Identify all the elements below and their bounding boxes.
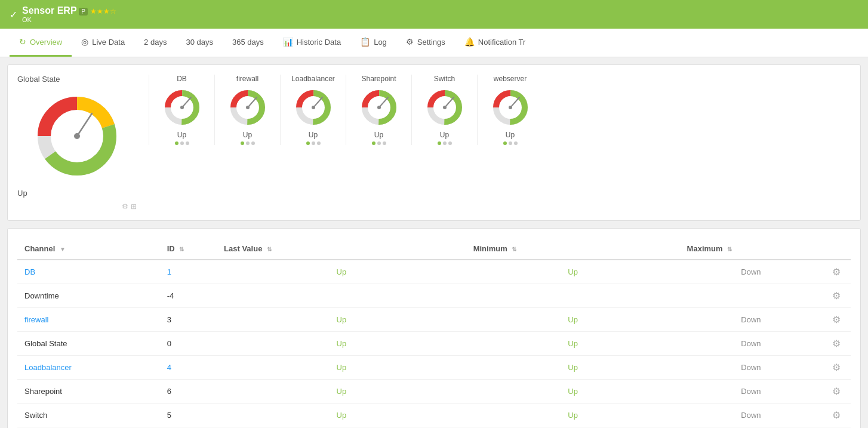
dot-gray1 — [509, 141, 512, 145]
id-loadbalancer[interactable]: 4 — [167, 363, 171, 372]
sensor-switch-gauge — [424, 87, 466, 128]
settings-icon: ⚙ — [406, 37, 414, 47]
nav-30days[interactable]: 30 days — [176, 29, 223, 57]
id-firewall: 3 — [167, 315, 171, 324]
svg-line-29 — [445, 97, 454, 107]
td-min-globalstate: Up — [466, 332, 680, 356]
id-globalstate: 0 — [167, 339, 171, 348]
id-db[interactable]: 1 — [167, 267, 171, 276]
gear-icon[interactable]: ⚙ — [122, 202, 128, 211]
dot-gray2 — [251, 141, 255, 145]
th-maximum[interactable]: Maximum ⇅ — [680, 238, 823, 260]
svg-line-24 — [379, 97, 388, 107]
sensor-webserver-gauge — [490, 87, 531, 128]
td-max-globalstate: Down — [680, 332, 823, 356]
gear-button-firewall[interactable]: ⚙ — [832, 315, 841, 325]
nav-settings-label: Settings — [417, 38, 445, 47]
min-db: Up — [568, 267, 578, 276]
td-gear-db: ⚙ — [822, 260, 851, 284]
max-switch: Down — [741, 411, 761, 420]
svg-point-30 — [443, 106, 447, 109]
nav-365days[interactable]: 365 days — [223, 29, 273, 57]
min-firewall: Up — [568, 315, 578, 324]
svg-line-4 — [77, 113, 92, 136]
sensor-loadbalancer-status: Up — [309, 131, 318, 139]
th-actions — [822, 238, 851, 260]
dot-gray2 — [448, 141, 452, 145]
dot-gray1 — [377, 141, 381, 145]
live-data-icon: ◎ — [81, 37, 88, 47]
svg-point-5 — [74, 133, 80, 139]
channel-firewall-link[interactable]: firewall — [24, 315, 48, 324]
td-min-db: Up — [466, 260, 680, 284]
lastval-firewall: Up — [337, 315, 347, 324]
th-channel[interactable]: Channel ▼ — [17, 238, 160, 260]
log-icon: 📋 — [360, 37, 370, 47]
td-gear-downtime: ⚙ — [822, 284, 851, 308]
max-sharepoint: Down — [741, 387, 761, 396]
sensor-sharepoint: Sharepoint Up — [346, 75, 411, 145]
sort-min-icon: ⇅ — [512, 246, 516, 253]
historic-data-icon: 📊 — [283, 37, 293, 47]
sensor-db: DB Up — [149, 75, 214, 145]
td-lastval-db: Up — [217, 260, 466, 284]
channel-db-link[interactable]: DB — [24, 267, 35, 276]
lastval-db: Up — [337, 267, 347, 276]
gear-button-globalstate[interactable]: ⚙ — [832, 338, 841, 349]
sensor-firewall-gauge — [227, 87, 269, 128]
min-switch: Up — [568, 411, 578, 420]
expand-icon[interactable]: ⊞ — [131, 202, 137, 211]
nav-live-data[interactable]: ◎ Live Data — [72, 29, 134, 57]
channel-loadbalancer-link[interactable]: Loadbalancer — [24, 363, 72, 372]
nav-notification[interactable]: 🔔 Notification Tr — [455, 29, 535, 57]
nav-log[interactable]: 📋 Log — [350, 29, 396, 57]
table-row: Loadbalancer 4 Up Up Down ⚙ — [17, 356, 851, 380]
gear-button-db[interactable]: ⚙ — [832, 267, 841, 277]
th-id[interactable]: ID ⇅ — [160, 238, 217, 260]
sensor-webserver: webserver Up — [477, 75, 543, 145]
td-lastval-switch: Up — [217, 404, 466, 427]
dot-gray1 — [180, 141, 184, 145]
channel-switch: Switch — [24, 411, 47, 420]
dot-green — [438, 141, 441, 145]
sensor-db-gauge — [161, 87, 203, 128]
svg-line-9 — [182, 97, 191, 107]
table-row: Sharepoint 6 Up Up Down ⚙ — [17, 380, 851, 404]
sensor-switch-status: Up — [440, 131, 449, 139]
td-gear-firewall: ⚙ — [822, 308, 851, 332]
td-max-switch: Down — [680, 404, 823, 427]
sensor-firewall-name: firewall — [236, 75, 258, 83]
gear-button-switch[interactable]: ⚙ — [832, 410, 841, 420]
sensor-switch: Switch Up — [411, 75, 477, 145]
table-row: Switch 5 Up Up Down ⚙ — [17, 404, 851, 427]
app-title: Sensor ERP — [22, 5, 77, 16]
nav-settings[interactable]: ⚙ Settings — [396, 29, 455, 57]
min-globalstate: Up — [568, 339, 578, 348]
sort-lastval-icon: ⇅ — [267, 246, 272, 253]
nav-30days-label: 30 days — [186, 38, 213, 47]
td-id-globalstate: 0 — [160, 332, 217, 356]
nav-overview[interactable]: ↻ Overview — [10, 29, 72, 57]
channels-table: Channel ▼ ID ⇅ Last Value ⇅ Minimum ⇅ Ma… — [17, 238, 851, 428]
gear-button-downtime[interactable]: ⚙ — [832, 291, 841, 301]
td-max-loadbalancer: Down — [680, 356, 823, 380]
td-min-sharepoint: Up — [466, 380, 680, 404]
td-gear-switch: ⚙ — [822, 404, 851, 427]
nav-2days[interactable]: 2 days — [134, 29, 176, 57]
gear-button-loadbalancer[interactable]: ⚙ — [832, 362, 841, 372]
dot-gray2 — [186, 141, 189, 145]
dot-gray2 — [383, 141, 386, 145]
sensor-loadbalancer-dots — [306, 141, 321, 145]
th-last-value[interactable]: Last Value ⇅ — [217, 238, 466, 260]
max-db: Down — [741, 267, 761, 276]
min-sharepoint: Up — [568, 387, 578, 396]
nav-historic-data[interactable]: 📊 Historic Data — [273, 29, 350, 57]
svg-line-14 — [248, 97, 257, 107]
sort-channel-icon: ▼ — [60, 246, 66, 253]
table-header: Channel ▼ ID ⇅ Last Value ⇅ Minimum ⇅ Ma… — [17, 238, 851, 260]
dot-green — [175, 141, 178, 145]
gear-button-sharepoint[interactable]: ⚙ — [832, 386, 841, 396]
dot-green — [306, 141, 310, 145]
td-lastval-loadbalancer: Up — [217, 356, 466, 380]
th-minimum[interactable]: Minimum ⇅ — [466, 238, 680, 260]
